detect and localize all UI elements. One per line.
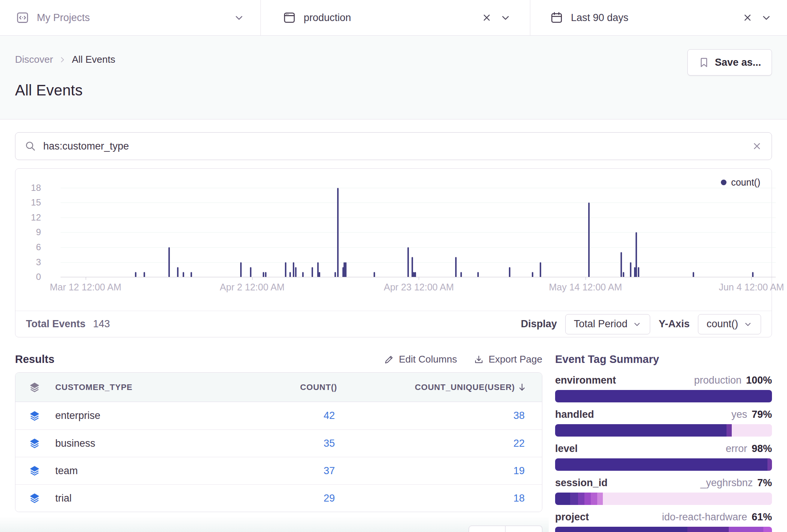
x-tick-mark bbox=[751, 277, 752, 280]
pencil-icon bbox=[384, 354, 394, 365]
calendar-icon bbox=[550, 11, 563, 24]
edit-columns-label: Edit Columns bbox=[399, 354, 457, 365]
events-chart-card: count() 0369121518 Mar 12 12:00 AMApr 2 … bbox=[15, 168, 772, 337]
tag-entry-handled: handledyes79% bbox=[555, 409, 772, 437]
results-table: CUSTOMER_TYPE COUNT() COUNT_UNIQUE(USER)… bbox=[15, 372, 542, 512]
x-tick-label: Apr 2 12:00 AM bbox=[220, 282, 285, 293]
column-header-count-unique[interactable]: COUNT_UNIQUE(USER) bbox=[352, 382, 542, 392]
chart-bar bbox=[532, 272, 533, 277]
project-selector[interactable]: My Projects bbox=[0, 0, 260, 35]
yaxis-dropdown[interactable]: count() bbox=[698, 314, 761, 334]
chart-bar bbox=[263, 272, 264, 277]
clear-environment-icon[interactable] bbox=[481, 12, 492, 23]
tag-entry-session_id: session_id_yeghrsbnz7% bbox=[555, 477, 772, 505]
tag-bar-segment bbox=[555, 458, 767, 471]
count-unique-cell-link[interactable]: 38 bbox=[352, 410, 542, 422]
x-tick-mark bbox=[86, 277, 86, 280]
search-icon bbox=[24, 140, 36, 152]
y-tick-label: 9 bbox=[15, 227, 41, 237]
tag-name: level bbox=[555, 443, 578, 455]
count-cell-link[interactable]: 29 bbox=[232, 493, 352, 504]
bookmark-icon bbox=[698, 57, 710, 68]
edit-columns-button[interactable]: Edit Columns bbox=[384, 354, 457, 365]
tag-name: handled bbox=[555, 409, 594, 420]
breadcrumb-current: All Events bbox=[72, 54, 115, 65]
count-unique-cell-link[interactable]: 19 bbox=[352, 465, 542, 477]
chart-bar bbox=[455, 257, 457, 277]
tag-top-percent: 79% bbox=[752, 409, 772, 420]
stack-icon bbox=[29, 438, 40, 449]
tag-top-value: ido-react-hardware bbox=[662, 511, 747, 523]
page-header: Discover All Events Save as... All Event… bbox=[0, 36, 787, 119]
tag-entry-level: levelerror98% bbox=[555, 443, 772, 471]
export-page-button[interactable]: Export Page bbox=[474, 354, 542, 365]
table-row: trial2918 bbox=[15, 484, 542, 512]
pagination-previous-button[interactable] bbox=[469, 526, 505, 532]
sort-desc-icon bbox=[517, 382, 527, 392]
display-dropdown[interactable]: Total Period bbox=[565, 314, 651, 334]
breadcrumb-discover-link[interactable]: Discover bbox=[15, 54, 53, 65]
breadcrumb: Discover All Events bbox=[15, 54, 772, 65]
chart-bar bbox=[623, 272, 624, 277]
clear-search-icon[interactable] bbox=[751, 141, 763, 152]
tag-top-value: yes bbox=[731, 409, 747, 420]
search-input[interactable] bbox=[43, 141, 745, 152]
chevron-down-icon bbox=[233, 12, 245, 23]
chart-bar bbox=[250, 267, 251, 277]
tag-bar-segment bbox=[555, 527, 687, 532]
x-tick-label: Jun 4 12:00 AM bbox=[719, 282, 784, 293]
count-cell-link[interactable]: 37 bbox=[232, 465, 352, 477]
tag-bar-segment bbox=[603, 493, 772, 505]
search-bar bbox=[15, 132, 772, 160]
chart-bar bbox=[415, 272, 416, 277]
stack-icon bbox=[29, 410, 40, 422]
y-tick-label: 12 bbox=[15, 212, 41, 223]
pagination bbox=[15, 526, 542, 532]
chart-bar bbox=[693, 272, 694, 277]
date-range-selector[interactable]: Last 90 days bbox=[530, 0, 787, 35]
chart-bar bbox=[135, 272, 136, 277]
count-unique-cell-link[interactable]: 22 bbox=[352, 438, 542, 449]
page-title: All Events bbox=[15, 82, 772, 99]
tag-distribution-bar bbox=[555, 424, 772, 437]
results-heading: Results bbox=[15, 353, 54, 366]
chart-bar bbox=[144, 272, 145, 277]
count-cell-link[interactable]: 42 bbox=[232, 410, 352, 422]
tag-bar-segment bbox=[763, 527, 772, 532]
count-unique-cell-link[interactable]: 18 bbox=[352, 493, 542, 504]
tag-top-percent: 7% bbox=[757, 477, 772, 489]
display-label: Display bbox=[521, 318, 557, 330]
pagination-next-button[interactable] bbox=[505, 526, 542, 532]
gridline-0 bbox=[61, 277, 776, 277]
save-as-button[interactable]: Save as... bbox=[687, 49, 772, 76]
tag-bar-segment bbox=[578, 493, 584, 505]
customer-type-cell: team bbox=[55, 465, 78, 477]
environment-selector[interactable]: production bbox=[260, 0, 530, 35]
results-table-body: enterprise4238business3522team3719trial2… bbox=[15, 402, 542, 512]
gridline-9 bbox=[61, 232, 776, 233]
tag-summary-title: Event Tag Summary bbox=[555, 353, 772, 366]
column-header-customer-type[interactable]: CUSTOMER_TYPE bbox=[55, 382, 133, 392]
chart-bar bbox=[407, 247, 409, 277]
chevron-down-icon bbox=[633, 320, 642, 329]
chart-bar bbox=[289, 272, 291, 277]
column-header-count[interactable]: COUNT() bbox=[232, 382, 352, 392]
chart-bar bbox=[630, 262, 631, 277]
chart-bar bbox=[334, 272, 336, 277]
total-events-label: Total Events bbox=[26, 318, 86, 330]
x-tick-label: May 14 12:00 AM bbox=[549, 282, 622, 293]
chevron-down-icon bbox=[743, 320, 752, 329]
clear-date-range-icon[interactable] bbox=[742, 12, 753, 23]
chart-bar bbox=[752, 272, 754, 277]
chart-bar bbox=[285, 262, 286, 277]
tag-list: environmentproduction100%handledyes79%le… bbox=[555, 375, 772, 532]
customer-type-cell: enterprise bbox=[55, 410, 100, 422]
tag-distribution-bar bbox=[555, 493, 772, 505]
download-icon bbox=[474, 354, 484, 365]
x-tick-label: Apr 23 12:00 AM bbox=[384, 282, 454, 293]
x-tick-label: Mar 12 12:00 AM bbox=[50, 282, 121, 293]
yaxis-dropdown-value: count() bbox=[707, 318, 738, 330]
event-tag-summary: Event Tag Summary environmentproduction1… bbox=[555, 353, 772, 532]
chart-bar bbox=[345, 262, 347, 277]
count-cell-link[interactable]: 35 bbox=[232, 438, 352, 449]
